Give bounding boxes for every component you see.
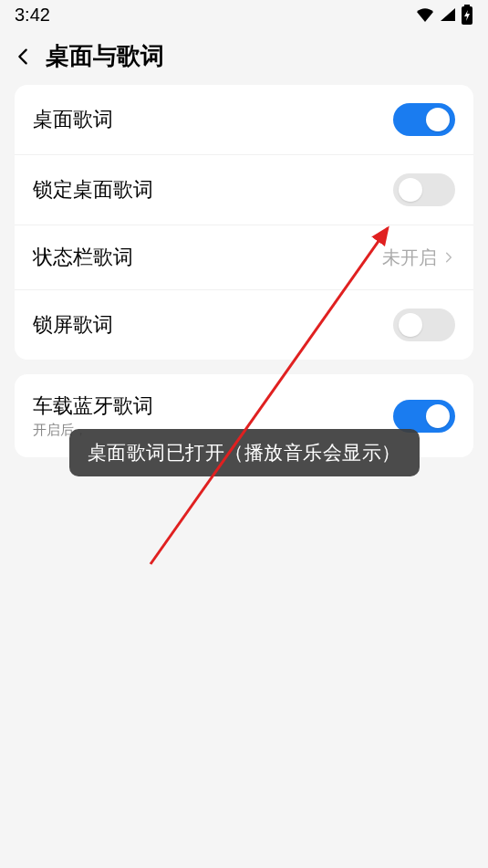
header: 桌面与歌词 <box>0 29 488 85</box>
toast: 桌面歌词已打开（播放音乐会显示） <box>69 429 420 476</box>
toggle-lock-desktop-lyrics[interactable] <box>393 173 455 206</box>
row-statusbar-lyrics[interactable]: 状态栏歌词 未开启 <box>15 225 473 289</box>
settings-group-1: 桌面歌词 锁定桌面歌词 状态栏歌词 未开启 锁屏歌词 <box>15 85 473 360</box>
status-time: 3:42 <box>15 5 50 26</box>
status-bar: 3:42 <box>0 0 488 29</box>
row-label: 状态栏歌词 <box>33 244 133 271</box>
page-title: 桌面与歌词 <box>46 40 164 72</box>
row-label: 锁屏歌词 <box>33 311 113 339</box>
row-label: 车载蓝牙歌词 <box>33 392 153 420</box>
battery-icon <box>461 5 473 25</box>
wifi-icon <box>415 6 435 23</box>
row-lock-desktop-lyrics[interactable]: 锁定桌面歌词 <box>15 154 473 225</box>
back-icon[interactable] <box>13 47 33 67</box>
status-icons <box>415 5 473 25</box>
row-label: 桌面歌词 <box>33 106 113 133</box>
row-value: 未开启 <box>382 246 437 270</box>
chevron-right-icon <box>442 251 455 264</box>
toggle-car-bluetooth[interactable] <box>393 400 455 433</box>
row-desktop-lyrics[interactable]: 桌面歌词 <box>15 85 473 154</box>
row-label: 锁定桌面歌词 <box>33 176 153 204</box>
svg-rect-0 <box>464 5 470 6</box>
toggle-lockscreen-lyrics[interactable] <box>393 309 455 341</box>
toggle-desktop-lyrics[interactable] <box>393 103 455 136</box>
toast-text: 桌面歌词已打开（播放音乐会显示） <box>88 442 401 463</box>
row-lockscreen-lyrics[interactable]: 锁屏歌词 <box>15 289 473 360</box>
signal-icon <box>439 6 457 23</box>
